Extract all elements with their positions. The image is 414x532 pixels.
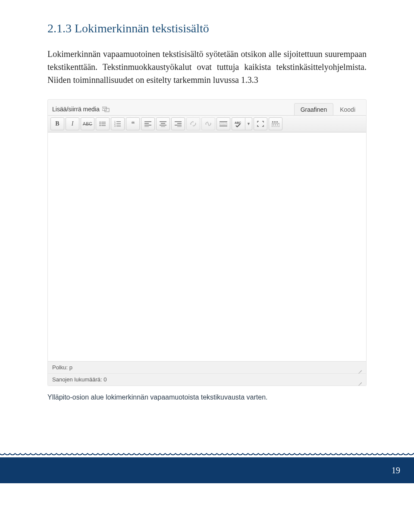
tab-visual[interactable]: Graafinen (294, 103, 333, 115)
svg-rect-15 (144, 121, 151, 122)
svg-rect-10 (116, 121, 121, 122)
svg-rect-18 (144, 126, 149, 127)
align-right-button[interactable] (171, 117, 185, 130)
status-wordcount-row: Sanojen lukumäärä: 0 (48, 374, 366, 385)
svg-rect-17 (144, 125, 151, 126)
fullscreen-button[interactable] (254, 117, 267, 130)
page-footer: 19 (0, 457, 414, 483)
align-left-icon (144, 121, 151, 127)
link-button[interactable] (186, 117, 200, 130)
strikethrough-button[interactable]: ABC (81, 117, 94, 130)
link-icon (190, 121, 197, 127)
figure-caption: Ylläpito-osion alue lokimerkinnän vapaam… (47, 393, 367, 401)
svg-rect-37 (275, 124, 276, 126)
editor-toolbar: B I ABC 1 2 3 ❝ (48, 115, 366, 132)
editor-status-bar: Polku: p Sanojen lukumäärä: 0 (48, 362, 366, 385)
svg-rect-19 (160, 121, 166, 122)
svg-rect-30 (220, 126, 227, 126)
svg-rect-26 (177, 126, 182, 127)
svg-point-3 (100, 122, 101, 123)
status-wordcount: Sanojen lukumäärä: 0 (52, 376, 107, 383)
svg-rect-22 (161, 126, 165, 127)
add-media-label: Lisää/siirrä media (52, 106, 100, 113)
svg-rect-33 (274, 121, 276, 123)
bullet-list-button[interactable] (96, 117, 110, 130)
page-number: 19 (392, 466, 400, 475)
spellcheck-button[interactable]: ABC (232, 117, 245, 130)
media-icon (102, 106, 110, 113)
status-path: Polku: p (52, 364, 72, 371)
unlink-button[interactable] (201, 117, 215, 130)
svg-rect-28 (220, 121, 227, 122)
svg-rect-24 (177, 123, 182, 124)
align-right-icon (175, 121, 182, 127)
svg-rect-4 (101, 122, 106, 123)
kitchen-sink-button[interactable] (269, 117, 282, 130)
svg-rect-16 (144, 123, 149, 124)
svg-rect-1 (105, 108, 109, 112)
svg-rect-20 (161, 123, 165, 124)
svg-point-7 (100, 125, 101, 126)
unlink-icon (205, 121, 212, 127)
strikethrough-icon: ABC (83, 122, 92, 126)
resize-handle[interactable] (356, 377, 362, 383)
insert-more-button[interactable] (216, 117, 230, 130)
svg-rect-0 (102, 107, 107, 110)
editor-content-area[interactable] (48, 132, 366, 362)
section-heading: 2.1.3 Lokimerkinnän tekstisisältö (47, 22, 367, 35)
svg-rect-29 (220, 123, 227, 125)
spellcheck-dropdown[interactable]: ▼ (245, 117, 252, 130)
editor-screenshot: Lisää/siirrä media Graafinen Koodi B I A… (47, 99, 367, 386)
numbered-list-button[interactable]: 1 2 3 (111, 117, 125, 130)
svg-point-5 (100, 123, 101, 125)
editor-mode-tabs: Graafinen Koodi (294, 103, 362, 115)
numbered-list-icon: 1 2 3 (114, 121, 121, 127)
tab-code[interactable]: Koodi (333, 103, 362, 115)
svg-rect-6 (101, 123, 106, 124)
svg-rect-34 (276, 121, 278, 123)
svg-line-27 (207, 122, 209, 126)
svg-rect-36 (273, 124, 274, 126)
svg-rect-38 (277, 124, 278, 126)
status-path-row: Polku: p (48, 362, 366, 374)
svg-point-2 (103, 108, 104, 109)
bullet-list-icon (99, 121, 106, 127)
editor-header: Lisää/siirrä media Graafinen Koodi (48, 100, 366, 115)
align-center-button[interactable] (156, 117, 170, 130)
resize-handle[interactable] (356, 365, 362, 371)
insert-more-icon (220, 121, 227, 127)
document-page: 2.1.3 Lokimerkinnän tekstisisältö Lokime… (0, 0, 414, 483)
svg-rect-8 (101, 125, 106, 126)
italic-button[interactable]: I (66, 117, 79, 130)
add-media-link[interactable]: Lisää/siirrä media (52, 106, 110, 115)
fullscreen-icon (257, 121, 264, 127)
svg-text:3: 3 (114, 125, 116, 127)
svg-rect-12 (116, 123, 121, 124)
body-paragraph: Lokimerkinnän vapaamuotoinen tekstisisäl… (47, 47, 367, 86)
blockquote-button[interactable]: ❝ (126, 117, 140, 130)
italic-icon: I (72, 120, 74, 127)
svg-rect-23 (175, 121, 182, 122)
spellcheck-icon: ABC (234, 120, 243, 127)
svg-rect-14 (116, 126, 121, 126)
align-left-button[interactable] (141, 117, 155, 130)
footer-wave-decoration (0, 453, 414, 457)
bold-button[interactable]: B (50, 117, 64, 130)
svg-rect-25 (175, 125, 182, 126)
kitchen-sink-icon (272, 121, 279, 127)
quote-icon: ❝ (131, 120, 135, 128)
align-center-icon (160, 121, 166, 127)
svg-rect-21 (160, 125, 166, 126)
bold-icon: B (55, 120, 59, 127)
svg-rect-32 (272, 121, 273, 123)
spellcheck-group: ABC ▼ (232, 117, 252, 130)
